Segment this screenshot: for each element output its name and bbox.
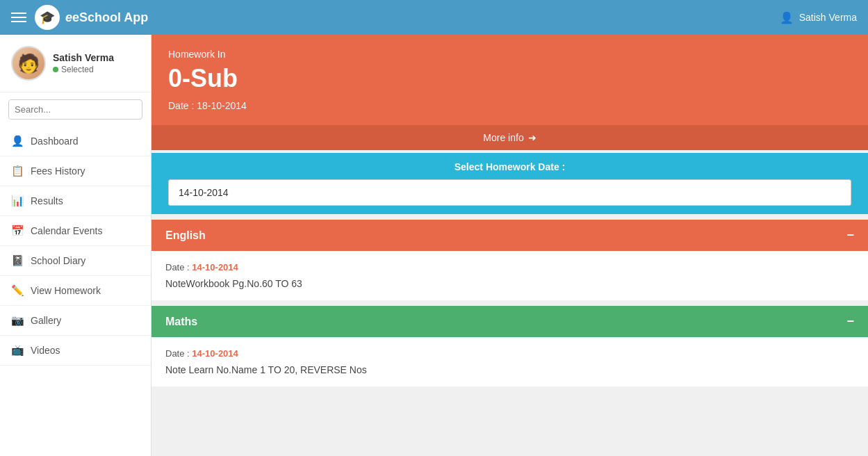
english-date: Date : 14-10-2014 (165, 262, 854, 272)
subjects-container: English − Date : 14-10-2014 NoteWorkbook… (152, 220, 868, 386)
avatar: 🧑 (11, 46, 46, 81)
user-icon: 👤 (780, 11, 794, 24)
user-profile: 🧑 Satish Verma Selected (0, 35, 151, 92)
main-layout: 🧑 Satish Verma Selected 🔍 👤Dashboard📋Fee… (0, 35, 868, 456)
subject-section-english: English − Date : 14-10-2014 NoteWorkbook… (152, 220, 868, 300)
sidebar-item-videos[interactable]: 📺Videos (0, 336, 151, 366)
brand-logo: 🎓 (35, 5, 60, 30)
arrow-icon: ➜ (528, 132, 537, 143)
status-label: Selected (61, 65, 94, 74)
homework-date: Date : 18-10-2014 (168, 100, 851, 111)
sidebar-item-dashboard[interactable]: 👤Dashboard (0, 127, 151, 156)
calendar-events-icon: 📅 (11, 225, 24, 237)
status-dot (53, 67, 58, 72)
english-date-value: 14-10-2014 (192, 262, 238, 272)
fees-history-icon: 📋 (11, 165, 24, 177)
subject-section-maths: Maths − Date : 14-10-2014 Note Learn No.… (152, 306, 868, 386)
sidebar: 🧑 Satish Verma Selected 🔍 👤Dashboard📋Fee… (0, 35, 152, 456)
homework-in-label: Homework In (168, 49, 851, 60)
sidebar-item-calendar-events[interactable]: 📅Calendar Events (0, 216, 151, 246)
homework-title: 0-Sub (168, 64, 851, 93)
school-diary-label: School Diary (31, 255, 85, 266)
date-selector: Select Homework Date : (152, 153, 868, 214)
search-button[interactable]: 🔍 (137, 100, 142, 119)
fees-history-label: Fees History (31, 165, 85, 177)
search-input[interactable] (9, 100, 137, 119)
main-content: Homework In 0-Sub Date : 18-10-2014 More… (152, 35, 868, 456)
user-info: Satish Verma Selected (53, 52, 114, 74)
calendar-events-label: Calendar Events (31, 225, 103, 236)
english-body: Date : 14-10-2014 NoteWorkbook Pg.No.60 … (152, 251, 868, 300)
english-collapse-icon: − (846, 228, 854, 243)
sidebar-item-school-diary[interactable]: 📓School Diary (0, 246, 151, 276)
results-icon: 📊 (11, 195, 24, 207)
nav-username: Satish Verma (799, 12, 857, 23)
view-homework-icon: ✏️ (11, 284, 24, 297)
date-selector-label: Select Homework Date : (168, 161, 851, 172)
videos-icon: 📺 (11, 344, 24, 357)
maths-collapse-icon: − (846, 314, 854, 329)
maths-date: Date : 14-10-2014 (165, 348, 854, 359)
nav-left: 🎓 eeSchool App (11, 5, 148, 30)
maths-date-value: 14-10-2014 (192, 348, 238, 359)
brand: 🎓 eeSchool App (35, 5, 148, 30)
english-name: English (165, 229, 206, 242)
homework-date-input[interactable] (168, 179, 851, 206)
dashboard-icon: 👤 (11, 135, 24, 147)
nav-menu: 👤Dashboard📋Fees History📊Results📅Calendar… (0, 127, 151, 366)
homework-banner: Homework In 0-Sub Date : 18-10-2014 (152, 35, 868, 125)
gallery-icon: 📷 (11, 314, 24, 327)
english-header[interactable]: English − (152, 220, 868, 251)
hamburger-menu[interactable] (11, 13, 26, 22)
gallery-label: Gallery (31, 315, 61, 326)
user-name: Satish Verma (53, 52, 114, 63)
view-homework-label: View Homework (31, 285, 101, 296)
results-label: Results (31, 195, 63, 206)
nav-right: 👤 Satish Verma (780, 11, 857, 24)
sidebar-item-view-homework[interactable]: ✏️View Homework (0, 276, 151, 306)
videos-label: Videos (31, 345, 60, 356)
search-box[interactable]: 🔍 (8, 99, 142, 120)
school-diary-icon: 📓 (11, 254, 24, 267)
maths-note: Note Learn No.Name 1 TO 20, REVERSE Nos (165, 364, 854, 375)
more-info-label: More info (483, 132, 523, 143)
top-navbar: 🎓 eeSchool App 👤 Satish Verma (0, 0, 868, 35)
sidebar-item-fees-history[interactable]: 📋Fees History (0, 156, 151, 186)
more-info-button[interactable]: More info ➜ (152, 125, 868, 150)
user-status: Selected (53, 65, 114, 74)
sidebar-item-results[interactable]: 📊Results (0, 186, 151, 216)
english-note: NoteWorkbook Pg.No.60 TO 63 (165, 278, 854, 289)
brand-name: eeSchool App (65, 10, 148, 25)
profile-inner: 🧑 Satish Verma Selected (11, 46, 114, 81)
dashboard-label: Dashboard (31, 136, 79, 147)
maths-name: Maths (165, 316, 197, 328)
logo-icon: 🎓 (40, 10, 55, 25)
sidebar-item-gallery[interactable]: 📷Gallery (0, 306, 151, 336)
maths-body: Date : 14-10-2014 Note Learn No.Name 1 T… (152, 337, 868, 386)
maths-header[interactable]: Maths − (152, 306, 868, 337)
